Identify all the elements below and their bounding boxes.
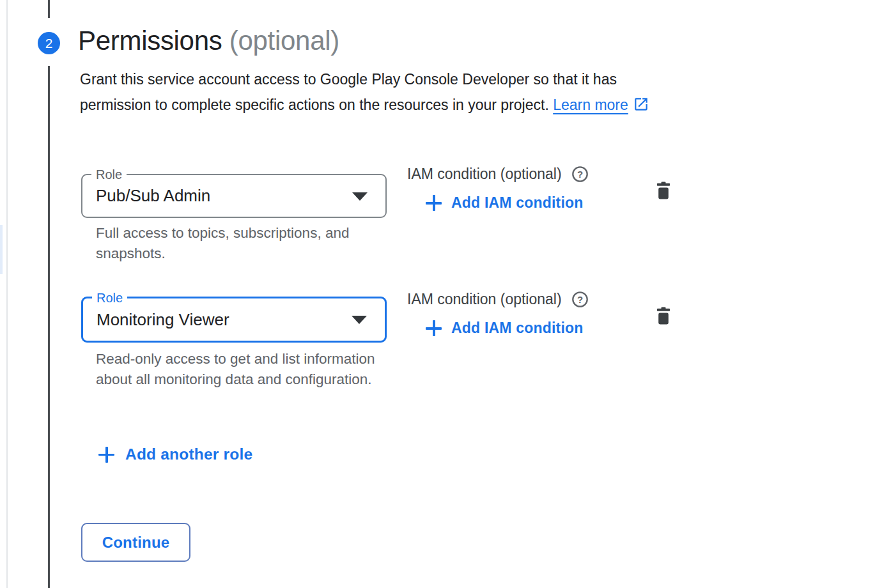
add-another-role-label: Add another role — [125, 445, 252, 463]
iam-condition-block-2: IAM condition (optional) ? Add IAM condi… — [407, 290, 676, 337]
add-iam-condition-button-1[interactable]: Add IAM condition — [426, 194, 676, 212]
help-icon[interactable]: ? — [571, 291, 589, 308]
nav-highlight-strip — [0, 225, 3, 274]
delete-role-2-button[interactable] — [655, 306, 672, 325]
trash-icon — [655, 318, 672, 327]
description-text: Grant this service account access to Goo… — [80, 71, 617, 113]
page-title-text: Permissions — [78, 26, 222, 56]
add-iam-condition-label: Add IAM condition — [451, 320, 584, 337]
add-iam-condition-button-2[interactable]: Add IAM condition — [426, 320, 676, 337]
step-number: 2 — [45, 36, 53, 51]
external-link-icon — [633, 95, 649, 120]
page-title: Permissions (optional) — [78, 26, 339, 56]
plus-icon — [426, 320, 442, 336]
step-2-badge: 2 — [38, 32, 60, 54]
role-select-2-value: Monitoring Viewer — [97, 298, 229, 341]
page-title-optional: (optional) — [229, 26, 339, 56]
trash-icon — [655, 192, 672, 202]
plus-icon — [426, 195, 442, 211]
plus-icon — [98, 447, 114, 463]
dropdown-arrow-icon — [352, 316, 367, 324]
add-iam-condition-label: Add IAM condition — [451, 194, 584, 212]
iam-condition-label: IAM condition (optional) — [407, 165, 562, 183]
iam-condition-block-1: IAM condition (optional) ? Add IAM condi… — [407, 165, 676, 212]
description-paragraph: Grant this service account access to Goo… — [80, 66, 655, 120]
svg-text:?: ? — [577, 294, 583, 305]
role-select-1-value: Pub/Sub Admin — [96, 175, 210, 217]
delete-role-1-button[interactable] — [655, 181, 672, 200]
help-icon[interactable]: ? — [571, 166, 589, 183]
role-select-1[interactable]: Role Pub/Sub Admin — [81, 174, 387, 218]
continue-button[interactable]: Continue — [81, 523, 190, 562]
iam-condition-label: IAM condition (optional) — [407, 290, 562, 309]
permissions-step-page: { "stepper": { "step_number": "2" }, "he… — [0, 0, 891, 588]
svg-text:?: ? — [577, 169, 583, 180]
learn-more-link[interactable]: Learn more — [553, 97, 628, 113]
role-select-2[interactable]: Role Monitoring Viewer — [81, 297, 387, 343]
add-another-role-button[interactable]: Add another role — [98, 445, 252, 463]
stepper-connector-top — [48, 0, 50, 18]
continue-button-label: Continue — [102, 534, 170, 552]
dropdown-arrow-icon — [352, 192, 368, 201]
role-2-helper-text: Read-only access to get and list informa… — [96, 349, 380, 389]
panel-divider — [6, 0, 8, 588]
stepper-connector-bottom — [48, 66, 50, 588]
role-1-helper-text: Full access to topics, subscriptions, an… — [96, 223, 380, 263]
